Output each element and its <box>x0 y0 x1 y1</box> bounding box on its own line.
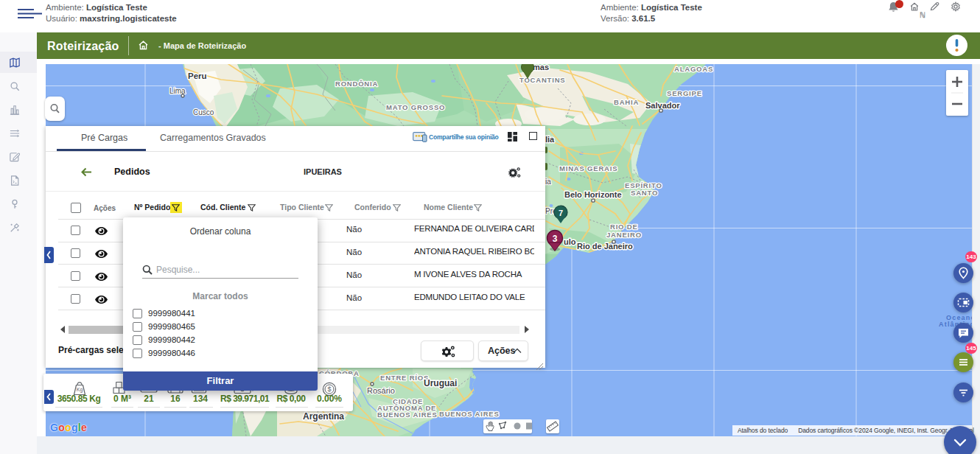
svg-text:BUENOS AIRES: BUENOS AIRES <box>439 410 500 418</box>
svg-text:ENTRE RÍOS: ENTRE RÍOS <box>380 374 429 382</box>
svg-text:Rio de Janeiro: Rio de Janeiro <box>577 242 633 251</box>
svg-text:Kg: Kg <box>77 387 83 393</box>
svg-text:MATO GROSSO: MATO GROSSO <box>386 103 445 111</box>
svg-text:$: $ <box>327 385 331 393</box>
svg-text:Argentina: Argentina <box>303 411 344 422</box>
svg-text:MINAS GERAIS: MINAS GERAIS <box>559 164 617 172</box>
svg-text:Belo Horizonte: Belo Horizonte <box>564 190 622 199</box>
svg-text:BUENOS AIRES: BUENOS AIRES <box>377 411 438 419</box>
svg-text:SERGIPE: SERGIPE <box>667 89 702 97</box>
svg-text:Rosário: Rosário <box>367 386 395 395</box>
svg-text:SANTO: SANTO <box>631 189 658 197</box>
svg-text:mas: mas <box>533 64 549 71</box>
svg-text:TOCANTINS: TOCANTINS <box>519 76 565 84</box>
svg-text:ALAGOAS: ALAGOAS <box>674 65 713 73</box>
svg-text:ulo: ulo <box>564 237 576 246</box>
svg-text:ia: ia <box>545 178 551 186</box>
svg-text:Peru: Peru <box>188 71 207 80</box>
svg-text:Uruguai: Uruguai <box>424 378 457 388</box>
svg-text:lia: lia <box>545 135 555 144</box>
svg-text:3: 3 <box>553 234 558 244</box>
svg-text:Salvador: Salvador <box>645 101 680 110</box>
svg-text:Lima: Lima <box>169 87 186 95</box>
svg-text:RONDÔNIA: RONDÔNIA <box>335 80 378 88</box>
svg-text:7: 7 <box>559 209 563 217</box>
svg-text:JANEIRO: JANEIRO <box>606 231 642 239</box>
svg-text:BAHIA: BAHIA <box>614 98 639 106</box>
svg-text:Cusco: Cusco <box>193 108 214 116</box>
svg-text:RIO DE: RIO DE <box>610 223 638 231</box>
